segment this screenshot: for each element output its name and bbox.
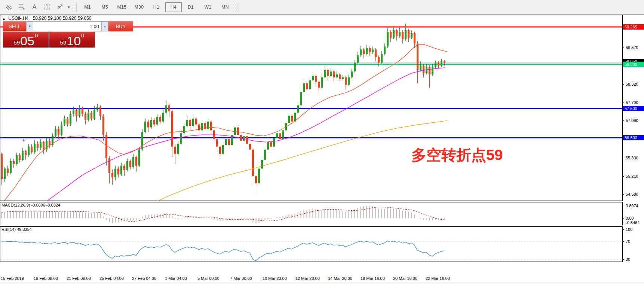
cursor-mode-icon[interactable] <box>54 1 66 13</box>
candle-body <box>246 136 248 144</box>
trading-terminal-window: E F A T ▼ M1M5M1 <box>0 0 644 284</box>
candle-body <box>105 135 107 158</box>
candle-body <box>330 71 332 76</box>
candle-body <box>168 106 170 112</box>
macd-indicator-pane[interactable] <box>0 202 623 225</box>
text-label-icon[interactable]: A <box>28 1 40 13</box>
sell-price-panel[interactable]: 59 05 0 <box>3 32 49 48</box>
candle-body <box>138 149 140 165</box>
svg-text:E: E <box>10 7 12 10</box>
time-tick-label: 27 Feb 04:00 <box>132 276 156 281</box>
price-badge: 59.000 <box>623 62 644 67</box>
price-tick-label: 57.700 <box>626 100 638 105</box>
candle-body <box>210 122 212 131</box>
candle-body <box>70 114 71 125</box>
candle-body <box>315 76 317 82</box>
text-box-icon[interactable]: T <box>41 1 53 13</box>
sell-button[interactable]: SELL <box>3 21 26 31</box>
candle-body <box>64 119 65 125</box>
candle-body <box>198 125 200 131</box>
price-badge: 60.265 <box>623 24 644 30</box>
candle-body <box>195 119 197 125</box>
time-tick-label: 15 Feb 2019 <box>1 276 24 281</box>
timeframe-button-mn[interactable]: MN <box>217 2 233 12</box>
candle-body <box>159 117 161 122</box>
candle-body <box>126 161 128 170</box>
candle-body <box>381 54 383 63</box>
candle-body <box>366 48 368 54</box>
timeframe-button-m15[interactable]: M15 <box>114 2 130 12</box>
candle-body <box>324 70 326 77</box>
buy-price-major: 59 <box>60 40 67 45</box>
candle-body <box>132 157 134 167</box>
candle-body <box>417 43 418 70</box>
rsi-pane-border <box>0 227 623 262</box>
time-tick-label: 20 Mar 16:00 <box>393 276 417 281</box>
candle-body <box>216 139 218 147</box>
symbol-name: USOil-,H4 <box>8 16 28 21</box>
candle-body <box>40 142 42 148</box>
price-tick-label: 30 <box>626 257 630 262</box>
rsi-indicator-pane[interactable] <box>0 226 623 262</box>
toolbar: E F A T ▼ M1M5M1 <box>0 0 644 15</box>
candle-body <box>264 149 266 160</box>
timeframe-button-m1[interactable]: M1 <box>79 2 96 12</box>
candle-body <box>276 133 278 138</box>
candle-body <box>375 49 377 57</box>
candle-body <box>255 176 257 183</box>
buy-button[interactable]: BUY <box>108 21 133 31</box>
candle-body <box>153 120 155 125</box>
candle-body <box>402 32 404 39</box>
candle-body <box>369 48 371 52</box>
candle-body <box>387 32 389 46</box>
candle-body <box>76 110 77 116</box>
candle-body <box>114 169 116 178</box>
price-tick-label: 0.8074 <box>626 204 638 208</box>
candle-body <box>288 116 290 123</box>
candle-body <box>435 63 436 67</box>
indicators-icon[interactable]: E <box>3 1 15 13</box>
grid-icon[interactable]: F <box>16 1 28 13</box>
price-tick-label: 58.320 <box>626 82 638 86</box>
candle-body <box>429 67 430 74</box>
volume-decrease-button[interactable]: ▼ <box>26 21 33 31</box>
candle-body <box>37 144 39 148</box>
candle-body <box>19 155 21 160</box>
candle-body <box>258 169 260 183</box>
timeframe-button-h1[interactable]: H1 <box>148 2 165 12</box>
candle-body <box>180 133 182 144</box>
candle-body <box>342 77 344 79</box>
candle-body <box>282 130 284 139</box>
candle-body <box>270 142 272 147</box>
candle-body <box>225 139 227 145</box>
candle-body <box>354 63 356 72</box>
toolbar-separator <box>74 2 77 12</box>
candle-body <box>129 161 131 167</box>
chart-annotation-text[interactable]: 多空转折点59 <box>411 147 503 162</box>
buy-price-panel[interactable]: 59 10 0 <box>49 32 95 48</box>
timeframe-button-m5[interactable]: M5 <box>96 2 113 12</box>
collapse-triangle-icon[interactable]: ▲ <box>2 17 6 21</box>
dropdown-caret-icon[interactable]: ▼ <box>66 2 71 12</box>
candle-body <box>88 113 89 120</box>
candle-body <box>61 125 62 135</box>
rsi-line <box>1 241 444 261</box>
timeframe-button-d1[interactable]: D1 <box>183 2 199 12</box>
axis-tick <box>623 241 624 242</box>
volume-input[interactable] <box>33 21 101 31</box>
candle-body <box>28 147 30 156</box>
timeframe-button-m30[interactable]: M30 <box>131 2 147 12</box>
axis-tick <box>623 103 624 103</box>
timeframe-button-w1[interactable]: W1 <box>200 2 216 12</box>
candle-body <box>396 30 398 36</box>
time-tick-label: 22 Mar 16:00 <box>426 276 450 281</box>
candle-body <box>25 151 27 155</box>
candle-body <box>378 57 380 63</box>
volume-increase-button[interactable]: ▲ <box>101 21 108 31</box>
candle-body <box>189 120 191 126</box>
candle-body <box>339 74 341 79</box>
candle-body <box>31 147 33 153</box>
candle-body <box>117 169 119 175</box>
timeframe-button-h4[interactable]: H4 <box>165 2 182 12</box>
ohlc-values: 58.920 59.100 58.920 59.050 <box>33 16 92 21</box>
